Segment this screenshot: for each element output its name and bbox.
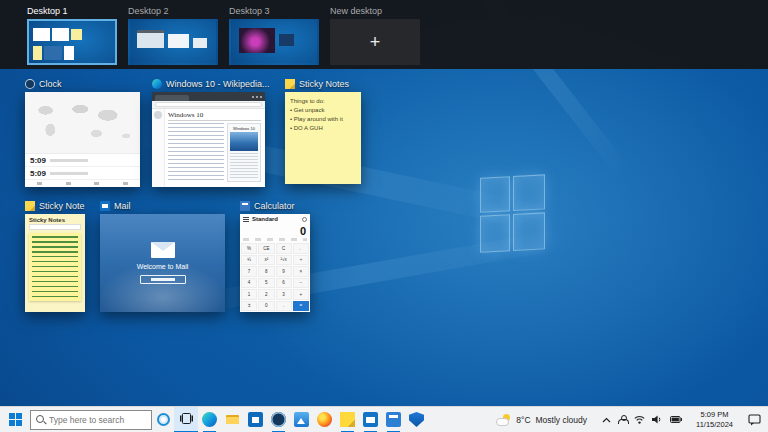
calculator-key: ²√x xyxy=(276,255,292,266)
preview-window xyxy=(64,46,74,60)
clock-widget[interactable]: 5:09 PM 11/15/2024 xyxy=(689,407,740,432)
calculator-header: Standard xyxy=(240,214,310,224)
network-button[interactable] xyxy=(634,415,645,424)
button-text-placeholder xyxy=(151,278,175,281)
battery-button[interactable] xyxy=(670,416,682,423)
people-button[interactable] xyxy=(618,415,627,424)
tray-icons xyxy=(595,407,689,432)
clock-window-thumbnail[interactable]: 5:09 5:09 xyxy=(25,92,140,187)
clock-row: 5:09 xyxy=(25,167,140,180)
preview-window xyxy=(71,29,82,40)
weather-widget[interactable]: 8°C Mostly cloudy xyxy=(488,407,595,432)
search-input[interactable] xyxy=(49,415,146,425)
window-title: Clock xyxy=(39,79,62,89)
speaker-icon xyxy=(652,415,663,424)
taskbar-app-sticky-notes[interactable] xyxy=(336,407,359,432)
cortana-icon xyxy=(157,413,170,426)
preview-window xyxy=(137,30,164,48)
taskbar-app-clock[interactable] xyxy=(267,407,290,432)
sticky-notes-list-thumbnail[interactable]: Sticky Notes xyxy=(25,214,85,312)
calculator-key: × xyxy=(293,266,309,277)
windows-logo xyxy=(480,174,546,253)
browser-window-thumbnail[interactable]: Windows 10 Windows 10 xyxy=(152,92,265,187)
taskbar-app-security[interactable] xyxy=(405,407,428,432)
window-card-calculator: Calculator Standard 0 %CEC←¹⁄ₓx²²√x÷789×… xyxy=(240,200,310,312)
window-title: Calculator xyxy=(254,201,295,211)
sticky-list-note-preview xyxy=(29,233,81,301)
edge-icon xyxy=(152,79,162,89)
calculator-window-thumbnail[interactable]: Standard 0 %CEC←¹⁄ₓx²²√x÷789×456−123+±0.… xyxy=(240,214,310,312)
preview-window xyxy=(44,46,62,60)
world-map xyxy=(25,92,140,154)
desktop-1-preview[interactable] xyxy=(27,19,117,65)
firefox-icon xyxy=(317,412,332,427)
calculator-key: 1 xyxy=(241,289,257,300)
taskbar-app-photos[interactable] xyxy=(290,407,313,432)
window-title-row: Windows 10 - Wikipedia... xyxy=(152,78,270,89)
calculator-key: C xyxy=(276,243,292,254)
article-columns: Windows 10 xyxy=(168,123,261,182)
sticky-note-line: • Get unpack xyxy=(290,106,356,115)
weather-icon xyxy=(496,414,511,426)
start-button[interactable] xyxy=(0,407,30,432)
calculator-mode-label: Standard xyxy=(252,216,278,222)
window-title: Mail xyxy=(114,201,131,211)
calculator-key: CE xyxy=(258,243,274,254)
window-card-sticky-note-list: Sticky Note Sticky Notes xyxy=(25,200,85,312)
mail-action-button xyxy=(140,275,186,284)
volume-button[interactable] xyxy=(652,415,663,424)
sticky-note-window-thumbnail[interactable]: Things to do:• Get unpack• Play around w… xyxy=(285,92,361,184)
weather-temp: 8°C xyxy=(516,415,530,425)
calculator-key: − xyxy=(293,278,309,289)
infobox-text-placeholder xyxy=(230,153,258,179)
history-icon xyxy=(302,217,307,222)
calculator-key: 0 xyxy=(258,301,274,312)
screen: Desktop 1 Desktop 2 Desktop 3 xyxy=(0,0,768,432)
preview-window xyxy=(52,28,69,41)
taskbar-app-mail[interactable] xyxy=(359,407,382,432)
store-icon xyxy=(248,412,263,427)
calculator-key: ← xyxy=(293,243,309,254)
preview-window xyxy=(279,34,294,46)
calculator-key: 5 xyxy=(258,278,274,289)
taskbar-app-calculator[interactable] xyxy=(382,407,405,432)
windows-start-icon xyxy=(9,413,22,426)
virtual-desktops-bar: Desktop 1 Desktop 2 Desktop 3 xyxy=(0,0,768,69)
clock-time: 5:09 xyxy=(30,156,46,165)
taskbar-app-file-explorer[interactable] xyxy=(221,407,244,432)
calculator-key: 4 xyxy=(241,278,257,289)
taskbar-app-edge[interactable] xyxy=(198,407,221,432)
clock-tab xyxy=(94,182,99,185)
sticky-note-line: • DO A GUH xyxy=(290,124,356,133)
mail-window-thumbnail[interactable]: Welcome to Mail xyxy=(100,214,225,312)
desktop-1-label: Desktop 1 xyxy=(27,5,117,17)
wikipedia-sidebar xyxy=(152,109,165,187)
clock-tab xyxy=(123,182,128,185)
new-desktop-tile[interactable]: + xyxy=(330,19,420,65)
desktop-2-preview[interactable] xyxy=(128,19,218,65)
cortana-button[interactable] xyxy=(152,407,174,432)
desktop-3-thumbnail[interactable]: Desktop 3 xyxy=(229,5,319,69)
clock-label-placeholder xyxy=(50,159,88,162)
sticky-notes-icon xyxy=(25,201,35,211)
new-desktop-label: New desktop xyxy=(330,5,420,17)
task-view-icon xyxy=(180,413,193,424)
taskbar-app-store[interactable] xyxy=(244,407,267,432)
task-view-button[interactable] xyxy=(174,407,198,432)
window-title: Sticky Notes xyxy=(299,79,349,89)
window-title-row: Clock xyxy=(25,78,140,89)
calculator-key: 7 xyxy=(241,266,257,277)
desktop-2-thumbnail[interactable]: Desktop 2 xyxy=(128,5,218,69)
desktop-3-preview[interactable] xyxy=(229,19,319,65)
action-center-button[interactable] xyxy=(740,407,768,432)
calculator-key: + xyxy=(293,289,309,300)
show-hidden-icons-button[interactable] xyxy=(602,417,611,423)
desktop-1-thumbnail[interactable]: Desktop 1 xyxy=(27,5,117,69)
sticky-list-header: Sticky Notes xyxy=(25,214,85,224)
window-title-row: Sticky Notes xyxy=(285,78,361,89)
maximize-icon xyxy=(256,96,258,98)
taskbar-search-box[interactable] xyxy=(30,410,152,430)
new-desktop-button[interactable]: New desktop + xyxy=(330,5,420,69)
clock-app-icon xyxy=(25,79,35,89)
taskbar-app-firefox[interactable] xyxy=(313,407,336,432)
